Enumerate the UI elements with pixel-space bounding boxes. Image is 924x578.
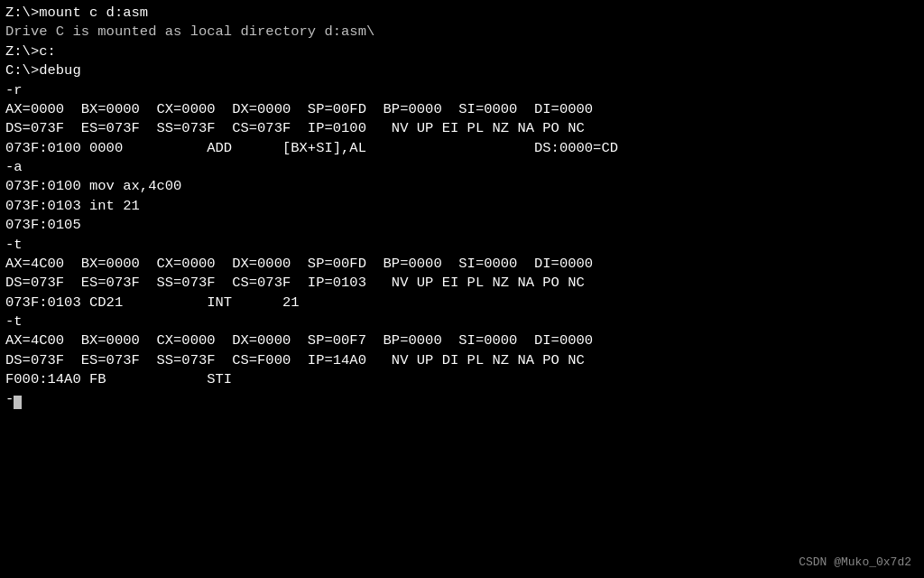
- terminal-line: F000:14A0 FB STI: [5, 370, 919, 389]
- terminal-line: 073F:0105: [5, 216, 919, 235]
- terminal-line: AX=4C00 BX=0000 CX=0000 DX=0000 SP=00FD …: [5, 255, 919, 274]
- terminal-line: -a: [5, 158, 919, 177]
- terminal-line: 073F:0100 mov ax,4c00: [5, 177, 919, 196]
- terminal-window: Z:\>mount c d:asmDrive C is mounted as l…: [5, 4, 919, 574]
- terminal-output: Z:\>mount c d:asmDrive C is mounted as l…: [5, 4, 919, 409]
- terminal-line: Z:\>mount c d:asm: [5, 4, 919, 23]
- terminal-line: AX=0000 BX=0000 CX=0000 DX=0000 SP=00FD …: [5, 100, 919, 119]
- terminal-line: DS=073F ES=073F SS=073F CS=F000 IP=14A0 …: [5, 351, 919, 370]
- terminal-line: 073F:0103 int 21: [5, 197, 919, 216]
- terminal-line: -r: [5, 81, 919, 100]
- terminal-line: 073F:0103 CD21 INT 21: [5, 294, 919, 312]
- terminal-line: -t: [5, 312, 919, 331]
- terminal-line: AX=4C00 BX=0000 CX=0000 DX=0000 SP=00F7 …: [5, 331, 919, 350]
- terminal-line: 073F:0100 0000 ADD [BX+SI],AL DS:0000=CD: [5, 139, 919, 158]
- terminal-line: DS=073F ES=073F SS=073F CS=073F IP=0100 …: [5, 119, 919, 138]
- terminal-line: DS=073F ES=073F SS=073F CS=073F IP=0103 …: [5, 274, 919, 293]
- cursor: [14, 396, 22, 409]
- terminal-line: -t: [5, 236, 919, 255]
- terminal-line: C:\>debug: [5, 61, 919, 80]
- terminal-line: Drive C is mounted as local directory d:…: [5, 23, 919, 42]
- terminal-line: Z:\>c:: [5, 42, 919, 61]
- watermark: CSDN @Muko_0x7d2: [799, 555, 911, 571]
- terminal-line: -: [5, 390, 919, 409]
